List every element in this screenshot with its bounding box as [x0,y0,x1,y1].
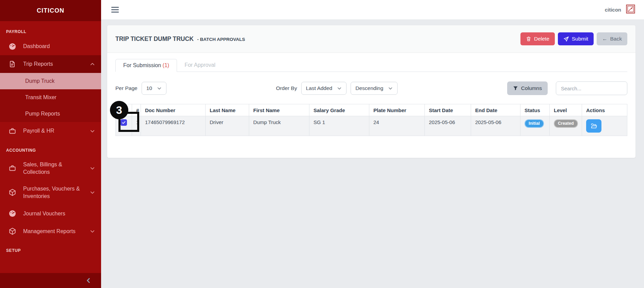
document-icon [8,60,16,68]
card-header: TRIP TICKET DUMP TRUCK - BATCH APPROVALS… [107,25,635,53]
per-page-select[interactable]: 10 [142,82,166,95]
sidebar-item-transit-mixer[interactable]: Transit Mixer [0,89,101,106]
per-page-value: 10 [146,85,152,91]
search-input[interactable] [556,81,627,95]
sidebar: CITICON PAYROLL Dashboard Trip Reports [0,0,101,288]
chevron-down-icon [90,190,95,195]
sidebar-item-sales-billings[interactable]: Sales, Billings & Collections [0,156,101,180]
menu-icon[interactable] [111,7,119,13]
sidebar-item-dump-truck[interactable]: Dump Truck [0,73,101,89]
col-start-date: Start Date [425,104,471,116]
sidebar-item-trip-reports[interactable]: Trip Reports [0,55,101,73]
sidebar-item-payroll-hr[interactable]: Payroll & HR [0,122,101,140]
arrow-left-icon: ← [602,36,608,42]
sidebar-item-label: Sales, Billings & Collections [23,161,83,176]
col-plate-number: Plate Number [369,104,425,116]
back-button-label: Back [610,36,622,42]
col-doc-number: Doc Number [141,104,206,116]
header-buttons: Delete Submit ← Back [520,32,627,45]
col-status: Status [520,104,550,116]
tab-for-approval[interactable]: For Approval [177,59,223,72]
funnel-icon [513,86,518,91]
username-label: citicon [605,7,621,13]
row-first-name: Dump Truck [249,116,309,136]
columns-button-label: Columns [521,85,542,91]
tab-for-submission-count: (1) [163,62,170,68]
section-label-accounting: ACCOUNTING [0,140,101,156]
tab-for-submission[interactable]: For Submission (1) [115,59,177,72]
section-label-payroll: PAYROLL [0,25,101,37]
sidebar-item-dashboard[interactable]: Dashboard [0,37,101,55]
section-label-setup: SETUP [0,240,101,256]
chevron-down-icon [90,166,95,171]
user-menu[interactable]: citicon [605,4,635,15]
content-area: TRIP TICKET DUMP TRUCK - BATCH APPROVALS… [101,20,644,288]
sidebar-item-purchases-vouchers[interactable]: Purchases, Vouchers & Inventories [0,180,101,204]
back-button[interactable]: ← Back [597,32,627,45]
per-page-control: Per Page 10 [115,82,166,95]
sidebar-footer [0,273,101,288]
briefcase-icon [8,127,16,135]
order-field-select[interactable]: Last Added [301,82,347,95]
col-salary-grade: Salary Grade [309,104,369,116]
sidebar-item-label: Purchases, Vouchers & Inventories [23,185,83,200]
sidebar-item-label: Dashboard [23,43,50,50]
gauge-icon [8,42,16,50]
sidebar-item-journal-vouchers[interactable]: Journal Vouchers [0,204,101,222]
order-by-control: Order By Last Added Descending [166,82,507,95]
status-badge: Initial [525,119,544,128]
collapse-sidebar-icon[interactable] [85,277,92,284]
table-controls: Per Page 10 Order By Last Add [115,81,627,95]
order-by-label: Order By [276,85,297,91]
brand-logo: CITICON [37,7,64,14]
tabs: For Submission (1) For Approval [115,59,627,72]
chevron-down-icon [90,128,95,134]
delete-button[interactable]: Delete [520,32,555,45]
topbar: citicon [101,0,644,20]
col-end-date: End Date [471,104,520,116]
sidebar-item-label: Payroll & HR [23,127,54,135]
sidebar-header: CITICON [0,0,101,21]
page-subtitle: - BATCH APPROVALS [197,37,245,42]
order-direction-select[interactable]: Descending [351,82,398,95]
folder-open-icon [591,123,597,129]
submit-button[interactable]: Submit [558,32,594,45]
chevron-down-icon [90,229,95,234]
row-end-date: 2025-05-06 [471,116,520,136]
order-field-value: Last Added [306,85,333,91]
chevron-down-icon [337,86,342,91]
cube-icon [8,227,16,235]
col-level: Level [550,104,582,116]
row-doc-number: 17465079969172 [141,116,206,136]
card-body: For Submission (1) For Approval Per Page… [107,53,635,158]
sidebar-item-management-reports[interactable]: Management Reports [0,222,101,240]
per-page-label: Per Page [115,85,138,91]
briefcase-icon [8,164,16,172]
page-title-group: TRIP TICKET DUMP TRUCK - BATCH APPROVALS [115,35,245,43]
trash-icon [526,36,531,42]
row-actions-cell [582,116,627,136]
col-last-name: Last Name [206,104,249,116]
open-record-button[interactable] [586,119,601,133]
row-start-date: 2025-05-06 [425,116,471,136]
chevron-down-icon [157,86,162,91]
sidebar-item-label: Trip Reports [23,60,53,68]
level-badge: Created [554,119,578,128]
sidebar-nav: PAYROLL Dashboard Trip Reports Dump Truc… [0,21,101,273]
row-last-name: Driver [206,116,249,136]
step-annotation-badge: 3 [110,101,128,119]
chevron-up-icon [90,62,95,67]
row-plate-number: 24 [369,116,425,136]
table-header-row: # Doc Number Last Name First Name Salary… [116,104,627,116]
columns-button[interactable]: Columns [507,81,548,95]
chevron-down-icon [388,86,393,91]
table-row: 1 17465079969172 Driver Dump Truck SG 1 … [116,116,627,136]
gauge-icon [8,209,16,217]
delete-button-label: Delete [534,36,549,42]
sidebar-item-pump-reports[interactable]: Pump Reports [0,106,101,122]
main: citicon TRIP TICKET DUMP TRUCK - BATCH A… [101,0,644,288]
trip-reports-submenu: Dump Truck Transit Mixer Pump Reports [0,73,101,122]
send-icon [563,36,569,42]
submit-button-label: Submit [572,36,588,42]
page-title: TRIP TICKET DUMP TRUCK [115,35,194,42]
